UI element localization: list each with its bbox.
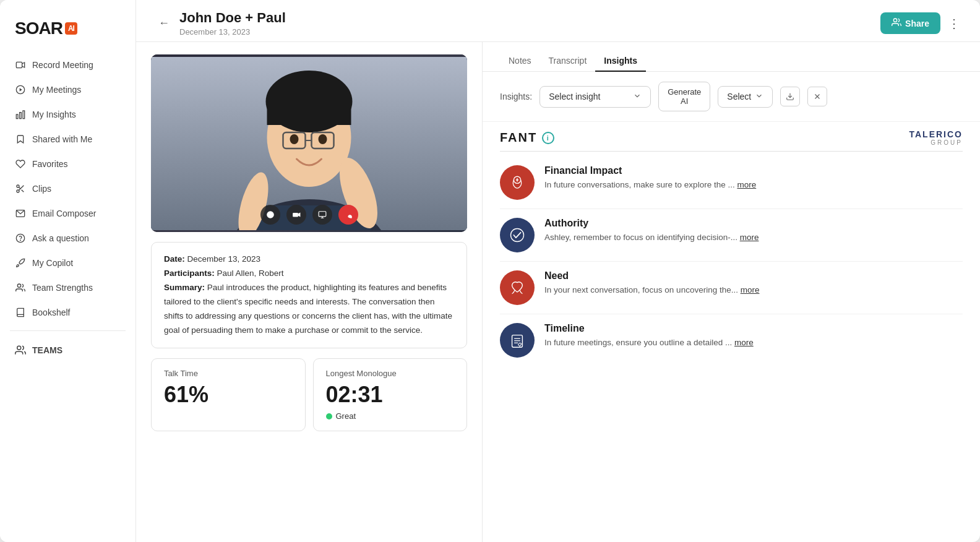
share-label: Share — [905, 19, 929, 28]
teams-label: TEAMS — [32, 345, 62, 355]
sidebar-item-label: My Meetings — [32, 85, 81, 95]
date-value: December 13, 2023 — [187, 254, 261, 264]
svg-rect-0 — [16, 62, 22, 67]
sidebar-item-my-insights[interactable]: My Insights — [0, 103, 135, 126]
insight-select-dropdown[interactable]: Select insight — [539, 86, 651, 108]
talerico-line1: TALERICO — [909, 129, 963, 139]
svg-rect-34 — [319, 212, 326, 217]
svg-line-9 — [22, 190, 24, 192]
timeline-more-link[interactable]: more — [734, 338, 754, 347]
share-button[interactable]: Share — [880, 12, 940, 34]
fant-header: FANT i TALERICO GROUP — [483, 122, 980, 151]
svg-point-16 — [893, 19, 896, 22]
authority-more-link[interactable]: more — [740, 233, 759, 242]
sidebar-item-bookshelf[interactable]: Bookshelf — [0, 301, 135, 324]
video-controls — [260, 205, 358, 225]
fant-item-financial-impact: Financial Impact In future conversations… — [500, 157, 963, 209]
sidebar-item-email-composer[interactable]: Email Composer — [0, 202, 135, 225]
sidebar-item-team-strengths[interactable]: Team Strengths — [0, 276, 135, 299]
svg-rect-44 — [512, 335, 523, 348]
need-name: Need — [544, 270, 963, 282]
authority-icon — [500, 218, 535, 252]
header-left: ← John Doe + Paul December 13, 2023 — [156, 10, 286, 37]
generate-ai-button[interactable]: Generate AI — [658, 82, 710, 111]
chevron-down-icon-2 — [755, 92, 763, 102]
meeting-date: December 13, 2023 — [179, 27, 286, 37]
talk-time-value: 61% — [164, 382, 293, 408]
camera-button[interactable] — [286, 205, 306, 225]
sidebar-item-my-meetings[interactable]: My Meetings — [0, 78, 135, 101]
sidebar-item-favorites[interactable]: Favorites — [0, 152, 135, 176]
svg-point-31 — [267, 212, 274, 219]
main-header: ← John Doe + Paul December 13, 2023 Shar… — [136, 0, 980, 42]
close-button[interactable] — [807, 87, 827, 106]
svg-line-10 — [19, 187, 20, 189]
bar-chart-icon — [15, 109, 26, 120]
sidebar-item-label: Bookshelf — [32, 308, 70, 317]
sidebar-item-label: Shared with Me — [32, 134, 92, 144]
select-dropdown[interactable]: Select — [718, 86, 773, 108]
screen-share-button[interactable] — [312, 205, 332, 225]
fant-title: FANT i — [500, 131, 554, 145]
bookmark-icon — [15, 134, 26, 145]
sidebar-item-ask-question[interactable]: Ask a question — [0, 226, 135, 250]
back-button[interactable]: ← — [156, 14, 172, 32]
talerico-logo-container: TALERICO GROUP — [909, 129, 963, 146]
sidebar-item-teams[interactable]: TEAMS — [0, 337, 135, 363]
financial-impact-desc: In future conversations, make sure to ex… — [544, 179, 963, 191]
tab-insights[interactable]: Insights — [595, 51, 646, 72]
need-more-link[interactable]: more — [741, 285, 760, 295]
more-options-button[interactable]: ⋮ — [948, 16, 960, 31]
end-call-button[interactable] — [338, 205, 358, 225]
financial-impact-content: Financial Impact In future conversations… — [544, 165, 963, 191]
tabs-bar: Notes Transcript Insights — [483, 42, 980, 72]
sidebar-item-label: Favorites — [32, 159, 68, 169]
sidebar-item-clips[interactable]: Clips — [0, 177, 135, 200]
tab-notes[interactable]: Notes — [500, 51, 540, 72]
fant-title-text: FANT — [500, 131, 537, 145]
sidebar-item-record-meeting[interactable]: Record Meeting — [0, 53, 135, 77]
select-insight-placeholder: Select insight — [549, 92, 600, 101]
sidebar: SOARAI Record Meeting My Meetings — [0, 0, 136, 542]
summary-text: Paul introduces the product, highlightin… — [164, 283, 452, 335]
scissors-icon — [15, 183, 26, 194]
download-button[interactable] — [780, 87, 800, 106]
meeting-info-card: Date: December 13, 2023 Participants: Pa… — [151, 242, 467, 348]
mic-button[interactable] — [260, 205, 280, 225]
logo-ai: AI — [65, 22, 77, 35]
timeline-name: Timeline — [544, 323, 963, 334]
svg-point-7 — [17, 190, 19, 192]
right-panel: Notes Transcript Insights Insights: Sele… — [483, 42, 980, 542]
sidebar-item-label: Ask a question — [32, 233, 89, 243]
talerico-line2: GROUP — [909, 139, 963, 146]
financial-impact-more-link[interactable]: more — [737, 180, 756, 189]
sidebar-item-my-copilot[interactable]: My Copilot — [0, 251, 135, 275]
sidebar-item-shared-with-me[interactable]: Shared with Me — [0, 127, 135, 151]
need-icon — [500, 270, 535, 305]
talk-time-label: Talk Time — [164, 369, 293, 378]
main-area: ← John Doe + Paul December 13, 2023 Shar… — [136, 0, 980, 542]
summary-label: Summary: — [164, 283, 205, 292]
insights-toolbar: Insights: Select insight Generate AI Sel… — [483, 72, 980, 122]
users-icon — [15, 282, 26, 293]
teams-icon — [15, 345, 26, 356]
video-container — [151, 54, 467, 232]
timeline-desc: In future meetings, ensure you outline a… — [544, 337, 963, 349]
tab-transcript[interactable]: Transcript — [540, 51, 596, 72]
sidebar-item-label: Team Strengths — [32, 283, 93, 293]
stats-row: Talk Time 61% Longest Monologue 02:31 Gr… — [151, 358, 467, 431]
financial-impact-name: Financial Impact — [544, 165, 963, 176]
sidebar-nav: Record Meeting My Meetings My Insights S… — [0, 53, 135, 530]
header-right: Share ⋮ — [880, 12, 960, 34]
svg-marker-33 — [298, 213, 299, 217]
svg-point-15 — [17, 346, 21, 350]
talk-time-card: Talk Time 61% — [151, 358, 306, 431]
video-player[interactable] — [151, 54, 467, 232]
sidebar-divider — [10, 330, 126, 331]
svg-rect-22 — [267, 100, 351, 125]
timeline-content: Timeline In future meetings, ensure you … — [544, 323, 963, 349]
info-icon[interactable]: i — [542, 132, 554, 144]
longest-monologue-value: 02:31 — [326, 382, 455, 408]
logo: SOARAI — [0, 12, 135, 53]
logo-soar: SOAR — [15, 19, 62, 38]
